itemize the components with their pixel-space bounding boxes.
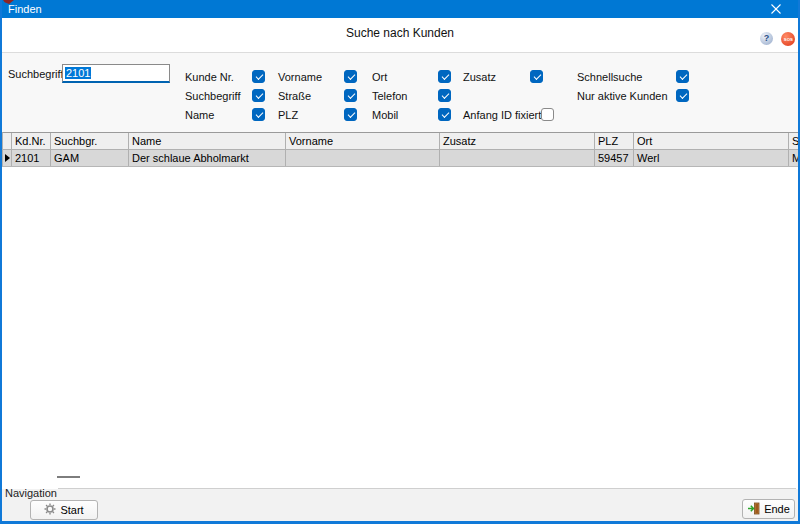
checkbox-plz[interactable] [344,108,357,121]
filter-label-vorname: Vorname [278,71,322,83]
cell-ort[interactable]: Werl [634,150,789,166]
navigation-section-label: Navigation [5,487,57,499]
cell-stra-e[interactable]: M [789,150,798,166]
filter-label-name: Name [185,109,214,121]
gear-icon [44,503,56,517]
filter-row: Telefon [372,86,451,105]
filter-row: Vorname [278,67,357,86]
filter-row: Anfang ID fixiert [463,105,543,124]
filter-column-2: OrtTelefonMobil [372,67,451,124]
close-icon[interactable] [770,3,782,15]
filter-column-1: VornameStraßePLZ [278,67,357,124]
checkbox-ort[interactable] [438,70,451,83]
search-input[interactable]: 2101 [62,64,170,83]
title-bar: Finden [0,0,800,18]
search-label: Suchbegriff [8,68,63,80]
navigation-groupbox-line [58,488,796,489]
checkbox-nur-aktive-kunden[interactable] [676,89,689,102]
cell-zusatz[interactable] [440,150,595,166]
filter-label-ort: Ort [372,71,387,83]
filter-label-nur-aktive-kunden: Nur aktive Kunden [577,90,668,102]
column-header-ort[interactable]: Ort [634,133,789,149]
current-row-arrow-icon [5,154,10,162]
dialog-header: Suche nach Kunden [2,18,798,52]
cell-name[interactable]: Der schlaue Abholmarkt [129,150,286,166]
filter-row: Zusatz [463,67,543,86]
filter-label-suchbegriff: Suchbegriff [185,90,240,102]
column-header-zusatz[interactable]: Zusatz [440,133,595,149]
checkbox-name[interactable] [252,108,265,121]
filter-row: Name [185,105,265,124]
checkbox-anfang-id-fixiert[interactable] [541,108,554,121]
start-button[interactable]: Start [30,500,98,520]
grid-header-row: Kd.Nr.Suchbgr.NameVornameZusatzPLZOrtStr… [2,132,798,150]
column-header-vorname[interactable]: Vorname [286,133,440,149]
filter-column-3: ZusatzAnfang ID fixiert [463,67,543,124]
filter-label-kunde-nr: Kunde Nr. [185,71,234,83]
filter-label-anfang-id-fixiert: Anfang ID fixiert [463,109,541,121]
column-header-name[interactable]: Name [129,133,286,149]
splitter-grip[interactable] [57,476,80,478]
cell-kd-nr[interactable]: 2101 [12,150,51,166]
cell-plz[interactable]: 59457 [595,150,634,166]
sos-icon-label: SOS [784,36,793,41]
filter-row [463,86,543,105]
footer-strip [2,489,798,521]
filter-label-telefon: Telefon [372,90,407,102]
checkbox-schnellsuche[interactable] [676,70,689,83]
column-header-plz[interactable]: PLZ [595,133,634,149]
checkbox-vorname[interactable] [344,70,357,83]
filter-column-4: SchnellsucheNur aktive Kunden [577,67,689,105]
checkbox-suchbegriff[interactable] [252,89,265,102]
checkbox-kunde-nr[interactable] [252,70,265,83]
column-header-suchbgr[interactable]: Suchbgr. [51,133,129,149]
ende-button-label: Ende [764,503,790,515]
filter-row: Suchbegriff [185,86,265,105]
filter-row: Nur aktive Kunden [577,86,689,105]
window-border-left [0,0,2,524]
window-title: Finden [8,0,42,18]
exit-door-icon [747,502,760,517]
filter-row: Schnellsuche [577,67,689,86]
filter-row: Ort [372,67,451,86]
dialog-title: Suche nach Kunden [2,26,798,40]
filter-label-schnellsuche: Schnellsuche [577,71,642,83]
filter-row: Kunde Nr. [185,67,265,86]
row-indicator-header [3,133,12,149]
checkbox-mobil[interactable] [438,108,451,121]
row-indicator [3,150,12,166]
filter-label-plz: PLZ [278,109,298,121]
help-icon[interactable]: ? [760,32,773,45]
filter-row: Straße [278,86,357,105]
column-header-kd-nr[interactable]: Kd.Nr. [12,133,51,149]
filter-row: PLZ [278,105,357,124]
search-input-value: 2101 [65,67,91,79]
filter-label-stra-e: Straße [278,90,311,102]
filter-column-0: Kunde Nr.SuchbegriffName [185,67,265,124]
sos-icon[interactable]: SOS [781,32,795,46]
column-header-stra-e[interactable]: Straße [789,133,798,149]
start-button-label: Start [60,504,83,516]
filter-label-mobil: Mobil [372,109,398,121]
checkbox-zusatz[interactable] [530,70,543,83]
checkbox-stra-e[interactable] [344,89,357,102]
filter-label-zusatz: Zusatz [463,71,496,83]
filter-row: Mobil [372,105,451,124]
cell-vorname[interactable] [286,150,440,166]
ende-button[interactable]: Ende [742,499,795,519]
checkbox-telefon[interactable] [438,89,451,102]
cell-suchbgr[interactable]: GAM [51,150,129,166]
table-row[interactable]: 2101GAMDer schlaue Abholmarkt59457WerlM [2,150,798,167]
results-grid: Kd.Nr.Suchbgr.NameVornameZusatzPLZOrtStr… [2,132,798,167]
